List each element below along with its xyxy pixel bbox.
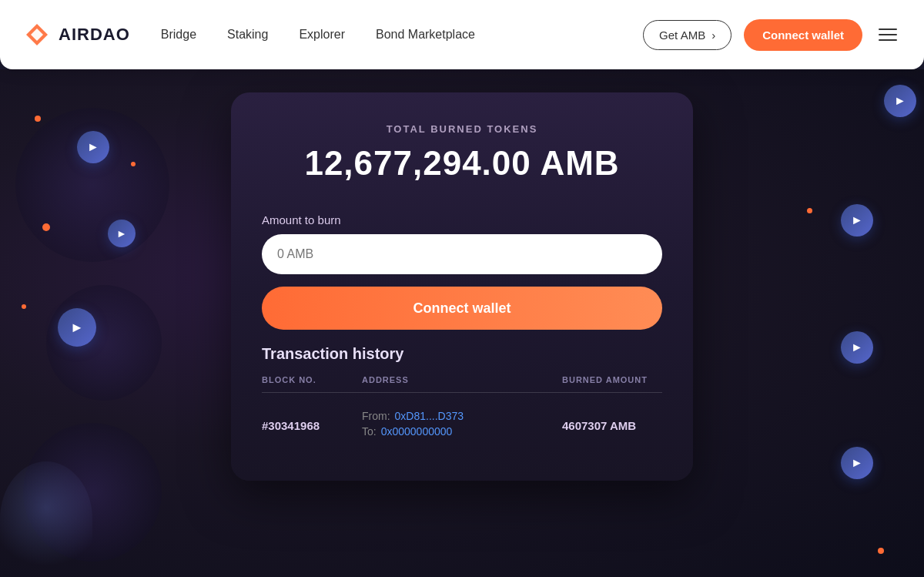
amount-input[interactable] (262, 234, 662, 274)
tx-addresses: From: 0xD81....D373 To: 0x0000000000 (362, 410, 562, 441)
nav-bond-marketplace[interactable]: Bond Marketplace (376, 28, 475, 42)
arrow-icon-2: ► (108, 220, 136, 247)
dot-6 (807, 208, 812, 213)
dot-4 (22, 304, 26, 309)
tx-to-address: 0x0000000000 (381, 425, 453, 438)
tx-to-label: To: (362, 425, 377, 438)
logo-text: AIRDAO (59, 25, 130, 45)
dot-7 (878, 548, 884, 554)
transaction-table: BLOCK NO. ADDRESS BURNED AMOUNT #3034196… (262, 375, 662, 450)
arrow-icon-4: ► (884, 85, 916, 117)
tx-burned-amount: 4607307 AMB (562, 419, 662, 432)
transaction-history: Transaction history BLOCK NO. ADDRESS BU… (262, 345, 662, 450)
tx-to-row: To: 0x0000000000 (362, 425, 562, 438)
col-block-no: BLOCK NO. (262, 375, 362, 384)
main-card: TOTAL BURNED TOKENS 12,677,294.00 AMB Am… (231, 92, 693, 481)
nav-links: Bridge Staking Explorer Bond Marketplace (161, 28, 643, 42)
arrow-icon-3: ► (58, 308, 96, 347)
chevron-right-icon: › (711, 29, 715, 42)
transaction-history-title: Transaction history (262, 345, 662, 363)
tx-from-label: From: (362, 410, 390, 422)
hamburger-line-1 (879, 29, 897, 30)
connect-wallet-button[interactable]: Connect wallet (262, 287, 662, 330)
nav-right: Get AMB › Connect wallet (643, 19, 901, 51)
nav-staking[interactable]: Staking (227, 28, 268, 42)
dot-2 (131, 162, 136, 166)
arrow-icon-7: ► (841, 447, 873, 479)
arrow-icon-6: ► (841, 331, 873, 364)
whale-blob (0, 461, 92, 577)
dot-3 (42, 223, 50, 231)
navbar: AIRDAO Bridge Staking Explorer Bond Mark… (0, 0, 924, 69)
nav-explorer[interactable]: Explorer (299, 28, 345, 42)
arrow-icon-5: ► (841, 204, 873, 237)
col-address: ADDRESS (362, 375, 562, 384)
tx-from-row: From: 0xD81....D373 (362, 410, 562, 422)
logo: AIRDAO (23, 21, 130, 49)
main-background: ► ► ► ► ► ► ► TOTAL BURNED TOKENS 12,677… (0, 69, 924, 577)
tx-block-number: #30341968 (262, 419, 362, 432)
hamburger-button[interactable] (875, 25, 901, 45)
total-burned-label: TOTAL BURNED TOKENS (262, 123, 662, 135)
arrow-icon-1: ► (77, 131, 109, 163)
transaction-table-header: BLOCK NO. ADDRESS BURNED AMOUNT (262, 375, 662, 393)
dot-1 (35, 116, 41, 122)
logo-icon (23, 21, 51, 49)
blob-2 (46, 285, 162, 401)
total-burned-value: 12,677,294.00 AMB (262, 144, 662, 183)
get-amb-button[interactable]: Get AMB › (643, 20, 732, 50)
tx-from-address: 0xD81....D373 (395, 410, 464, 422)
connect-wallet-nav-button[interactable]: Connect wallet (744, 19, 862, 51)
hamburger-line-3 (879, 39, 897, 41)
amount-label: Amount to burn (262, 213, 662, 226)
table-row: #30341968 From: 0xD81....D373 To: 0x0000… (262, 401, 662, 450)
nav-bridge[interactable]: Bridge (161, 28, 196, 42)
col-burned-amount: BURNED AMOUNT (562, 375, 662, 384)
burn-form: Amount to burn Connect wallet (262, 213, 662, 330)
hamburger-line-2 (879, 34, 897, 35)
